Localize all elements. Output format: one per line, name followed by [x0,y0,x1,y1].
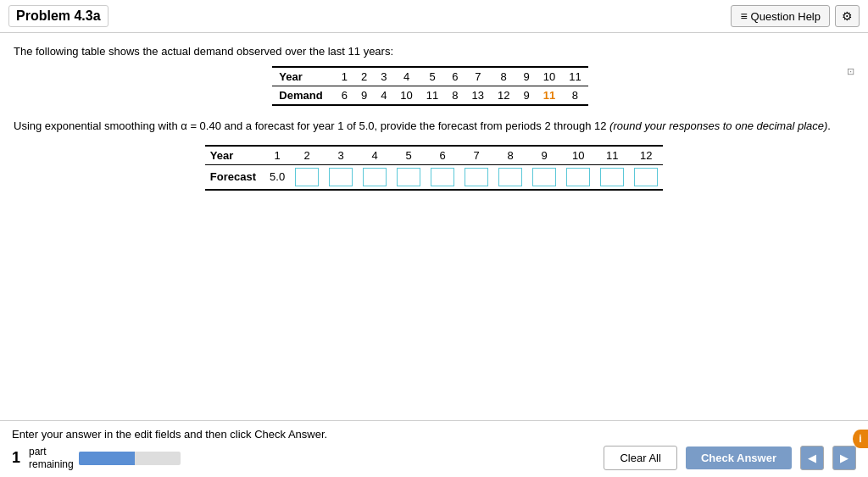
demand-3: 4 [374,86,393,106]
forecast-input-3[interactable] [329,168,353,186]
part-label-line1: part [29,446,74,458]
list-icon: ≡ [740,9,747,23]
check-answer-button[interactable]: Check Answer [686,446,792,469]
fc-year-8: 8 [493,146,527,165]
hint-icon[interactable]: i [853,430,868,448]
fc-year-11: 11 [595,146,629,165]
year-11: 11 [562,67,587,86]
header-right: ≡ Question Help ⚙ [731,5,860,27]
part-label-line2: remaining [29,458,74,470]
next-button[interactable]: ▶ [832,446,856,470]
fc-year-3: 3 [324,146,358,165]
forecast-year-header: Year [205,146,264,165]
year-4: 4 [393,67,419,86]
forecast-input-8[interactable] [498,168,522,186]
forecast-cell-6[interactable] [426,164,459,190]
demand-label: Demand [272,86,334,106]
year-5: 5 [420,67,445,86]
expand-icon[interactable]: ⊡ [847,66,854,77]
demand-5: 11 [420,86,445,106]
forecast-cell-8[interactable] [493,164,527,190]
forecast-cell-3[interactable] [324,164,358,190]
forecast-table: Year 1 2 3 4 5 6 7 8 9 10 11 12 Forecast… [205,145,663,191]
forecast-input-4[interactable] [363,168,387,186]
progress-bar-fill [79,452,135,465]
forecast-input-10[interactable] [566,168,590,186]
forecast-cell-7[interactable] [459,164,493,190]
fc-year-2: 2 [290,146,324,165]
problem-title: Problem 4.3a [8,5,108,27]
instruction-italic: (round your responses to one decimal pla… [609,119,827,132]
forecast-cell-4[interactable] [358,164,392,190]
bottom-bar: Enter your answer in the edit fields and… [0,420,868,477]
instruction-period: . [827,119,831,132]
demand-1: 6 [335,86,354,106]
gear-icon: ⚙ [842,9,853,23]
part-number: 1 [12,449,20,467]
year-7: 7 [465,67,491,86]
forecast-cell-5[interactable] [392,164,426,190]
demand-11: 8 [562,86,587,106]
question-help-button[interactable]: ≡ Question Help [731,5,830,27]
part-info: 1 part remaining [12,446,181,470]
bottom-hint: Enter your answer in the edit fields and… [12,428,856,441]
bottom-controls: 1 part remaining Clear All Check Answer … [12,446,856,470]
header: Problem 4.3a ≡ Question Help ⚙ [0,0,868,33]
part-label: part remaining [29,446,74,470]
year-8: 8 [491,67,516,86]
forecast-input-2[interactable] [295,168,319,186]
instruction-part1: Using exponential smoothing with α = 0.4… [14,119,609,132]
forecast-cell-11[interactable] [595,164,629,190]
fc-year-10: 10 [561,146,595,165]
demand-9: 9 [516,86,536,106]
gear-button[interactable]: ⚙ [835,5,860,27]
demand-2: 9 [354,86,374,106]
fc-year-6: 6 [426,146,459,165]
forecast-cell-9[interactable] [527,164,561,190]
forecast-cell-2[interactable] [290,164,324,190]
fc-year-12: 12 [629,146,663,165]
demand-8: 12 [491,86,516,106]
forecast-input-5[interactable] [397,168,420,186]
forecast-cell-12[interactable] [629,164,663,190]
forecast-label: Forecast [205,164,264,190]
year-3: 3 [374,67,393,86]
main-content: The following table shows the actual dem… [0,33,868,420]
question-help-label: Question Help [751,10,821,23]
forecast-input-11[interactable] [600,168,624,186]
forecast-input-9[interactable] [532,168,556,186]
intro-text: The following table shows the actual dem… [14,45,854,58]
forecast-input-6[interactable] [431,168,454,186]
progress-bar-container [79,452,181,465]
demand-7: 13 [465,86,491,106]
year-header: Year [272,67,334,86]
forecast-val-1: 5.0 [264,164,290,190]
fc-year-9: 9 [527,146,561,165]
year-2: 2 [354,67,374,86]
demand-6: 8 [445,86,465,106]
year-10: 10 [537,67,562,86]
demand-4: 10 [393,86,419,106]
year-6: 6 [445,67,465,86]
forecast-input-7[interactable] [465,168,488,186]
forecast-cell-10[interactable] [561,164,595,190]
fc-year-7: 7 [459,146,493,165]
demand-10: 11 [537,86,562,106]
demand-table: Year 1 2 3 4 5 6 7 8 9 10 11 Demand 6 9 … [272,66,587,106]
forecast-input-12[interactable] [634,168,658,186]
fc-year-4: 4 [358,146,392,165]
instruction-text: Using exponential smoothing with α = 0.4… [14,118,854,135]
year-1: 1 [335,67,354,86]
fc-year-1: 1 [264,146,290,165]
year-9: 9 [516,67,536,86]
fc-year-5: 5 [392,146,426,165]
clear-all-button[interactable]: Clear All [604,446,676,470]
prev-button[interactable]: ◀ [800,446,824,470]
